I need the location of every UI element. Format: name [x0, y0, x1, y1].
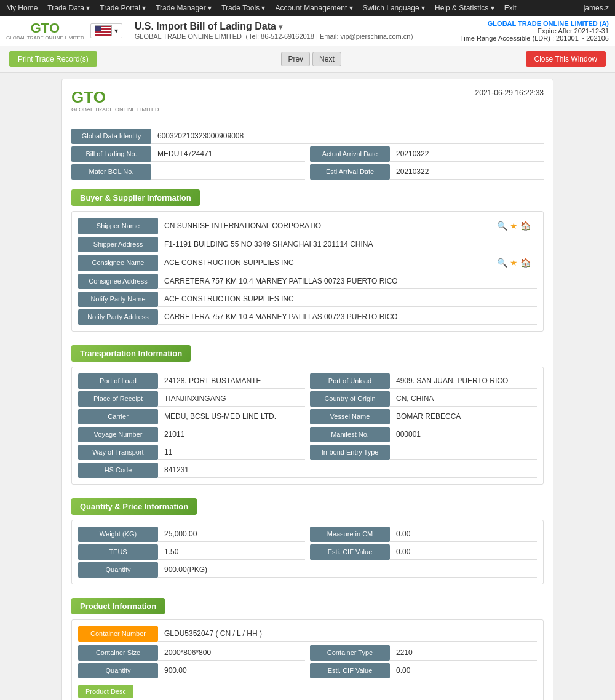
way-transport-label: Way of Transport: [78, 445, 158, 460]
document-card: GTO GLOBAL TRADE ONLINE LIMITED 2021-06-…: [62, 79, 554, 700]
inbond-col: In-bond Entry Type: [310, 445, 537, 460]
nav-trade-manager[interactable]: Trade Manager ▾: [156, 4, 212, 12]
print-button-top[interactable]: Print Trade Record(s): [9, 51, 97, 67]
container-type-col: Container Type 2210: [310, 645, 537, 661]
port-of-load-value: 24128. PORT BUSTAMANTE: [158, 373, 305, 389]
product-info-section: Product Information Container Number GLD…: [71, 591, 544, 700]
buyer-supplier-section: Buyer & Supplier Information Shipper Nam…: [71, 182, 544, 332]
cif-col: Esti. CIF Value 0.00: [310, 544, 537, 560]
vessel-value: BOMAR REBECCA: [390, 409, 537, 424]
language-selector[interactable]: ▾: [90, 23, 122, 38]
weight-value: 25,000.00: [158, 527, 305, 542]
notify-name-row: Notify Party Name ACE CONSTRUCTION SUPPL…: [78, 292, 537, 307]
nav-help[interactable]: Help & Statistics ▾: [435, 4, 494, 12]
container-type-label: Container Type: [310, 645, 390, 661]
shipper-search-icon[interactable]: 🔍: [497, 221, 507, 231]
global-id-label: Global Data Identity: [71, 129, 151, 144]
shipper-icons: 🔍 ★ 🏠: [497, 221, 531, 231]
quantity-row: Quantity 900.00(PKG): [78, 562, 537, 578]
port-of-unload-col: Port of Unload 4909. SAN JUAN, PUERTO RI…: [310, 373, 537, 389]
port-of-unload-value: 4909. SAN JUAN, PUERTO RICO: [390, 373, 537, 389]
actual-arrival-label: Actual Arrival Date: [310, 146, 390, 162]
page-subtitle: GLOBAL TRADE ONLINE LIMITED（Tel: 86-512-…: [135, 32, 418, 41]
container-size-label: Container Size: [78, 645, 158, 661]
shipper-address-value: F1-1191 BUILDING 55 NO 3349 SHANGHAI 31 …: [158, 237, 537, 252]
shipper-name-row: Shipper Name CN SUNRISE INTERNATIONAL CO…: [78, 218, 537, 234]
logo-subtitle: GLOBAL TRADE ONLINE LIMITED: [6, 35, 84, 41]
quantity-label: Quantity: [78, 562, 158, 578]
nav-trade-data[interactable]: Trade Data ▾: [47, 4, 90, 12]
consignee-home-icon[interactable]: 🏠: [520, 258, 531, 268]
inbond-label: In-bond Entry Type: [310, 445, 390, 460]
nav-trade-portal[interactable]: Trade Portal ▾: [100, 4, 146, 12]
global-id-row: Global Data Identity 6003202103230009090…: [71, 129, 544, 144]
container-number-label: Container Number: [78, 626, 158, 642]
expire-date: Expire After 2021-12-31: [460, 27, 609, 34]
transportation-section: Transportation Information Port of Load …: [71, 338, 544, 485]
consignee-star-icon[interactable]: ★: [510, 258, 518, 268]
container-size-col: Container Size 2000*806*800: [78, 645, 305, 661]
nav-exit[interactable]: Exit: [504, 4, 517, 12]
manifest-col: Manifest No. 000001: [310, 427, 537, 442]
nav-account-mgmt[interactable]: Account Management ▾: [276, 4, 353, 12]
buyer-supplier-header: Buyer & Supplier Information: [71, 189, 200, 206]
esti-arrival-value: 20210322: [390, 164, 544, 180]
container-size-value: 2000*806*800: [158, 645, 305, 661]
bol-no-value: MEDUT4724471: [151, 146, 305, 162]
global-id-value: 600320210323000909008: [151, 129, 544, 144]
measure-label: Measure in CM: [310, 527, 390, 542]
manifest-label: Manifest No.: [310, 427, 390, 442]
product-desc-button[interactable]: Product Desc: [78, 685, 133, 698]
way-transport-col: Way of Transport 11: [78, 445, 305, 460]
prev-button-top[interactable]: Prev: [281, 52, 310, 66]
carrier-label: Carrier: [78, 409, 158, 424]
country-origin-label: Country of Origin: [310, 391, 390, 407]
account-info: GLOBAL TRADE ONLINE LIMITED (A) Expire A…: [460, 20, 609, 42]
shipper-address-label: Shipper Address: [78, 237, 158, 252]
way-transport-value: 11: [158, 445, 305, 460]
card-header: GTO GLOBAL TRADE ONLINE LIMITED 2021-06-…: [71, 89, 544, 119]
top-action-bar: Print Trade Record(s) Prev Next Close Th…: [0, 46, 615, 73]
container-number-value: GLDU5352047 ( CN / L / HH ): [158, 626, 537, 642]
prod-quantity-col: Quantity 900.00: [78, 663, 305, 678]
nav-my-home[interactable]: My Home: [6, 4, 38, 12]
card-logo: GTO GLOBAL TRADE ONLINE LIMITED: [71, 89, 159, 113]
carrier-vessel-row: Carrier MEDU, BCSL US-MED LINE LTD. Vess…: [78, 409, 537, 424]
shipper-star-icon[interactable]: ★: [510, 221, 518, 231]
logo: GTO GLOBAL TRADE ONLINE LIMITED: [6, 22, 84, 41]
hs-code-row: HS Code 841231: [78, 463, 537, 478]
consignee-search-icon[interactable]: 🔍: [497, 258, 507, 268]
nav-switch-lang[interactable]: Switch Language ▾: [363, 4, 425, 12]
shipper-home-icon[interactable]: 🏠: [520, 221, 531, 231]
voyage-label: Voyage Number: [78, 427, 158, 442]
bol-date-row: Bill of Lading No. MEDUT4724471 Actual A…: [71, 146, 544, 162]
shipper-address-row: Shipper Address F1-1191 BUILDING 55 NO 3…: [78, 237, 537, 252]
page-title-area: U.S. Import Bill of Lading Data ▾ GLOBAL…: [129, 21, 418, 41]
mater-bol-value: [151, 164, 305, 180]
prod-quantity-value: 900.00: [158, 663, 305, 678]
measure-value: 0.00: [390, 527, 537, 542]
nav-trade-tools[interactable]: Trade Tools ▾: [221, 4, 265, 12]
weight-col: Weight (KG) 25,000.00: [78, 527, 305, 542]
place-receipt-label: Place of Receipt: [78, 391, 158, 407]
product-info-header: Product Information: [71, 598, 165, 614]
product-desc-area: Product Desc BLACK TIE WIRE - BLACK TIE …: [78, 681, 537, 700]
hs-code-value: 841231: [158, 463, 537, 478]
notify-address-value: CARRETERA 757 KM 10.4 MARNEY PATILLAS 00…: [158, 309, 537, 325]
card-logo-sub: GLOBAL TRADE ONLINE LIMITED: [71, 106, 159, 113]
nav-menu: My Home Trade Data ▾ Trade Portal ▾ Trad…: [6, 4, 517, 12]
hs-code-label: HS Code: [78, 463, 158, 478]
container-type-value: 2210: [390, 645, 537, 661]
next-button-top[interactable]: Next: [312, 52, 341, 66]
teus-value: 1.50: [158, 544, 305, 560]
container-size-type-row: Container Size 2000*806*800 Container Ty…: [78, 645, 537, 661]
cif-label: Esti. CIF Value: [310, 544, 390, 560]
cif-value: 0.00: [390, 544, 537, 560]
mater-bol-col: Mater BOL No.: [71, 164, 305, 180]
consignee-address-label: Consignee Address: [78, 274, 158, 289]
close-button-top[interactable]: Close This Window: [526, 51, 606, 67]
notify-name-label: Notify Party Name: [78, 292, 158, 307]
container-number-row: Container Number GLDU5352047 ( CN / L / …: [78, 626, 537, 642]
manifest-value: 000001: [390, 427, 537, 442]
transportation-header: Transportation Information: [71, 345, 191, 362]
